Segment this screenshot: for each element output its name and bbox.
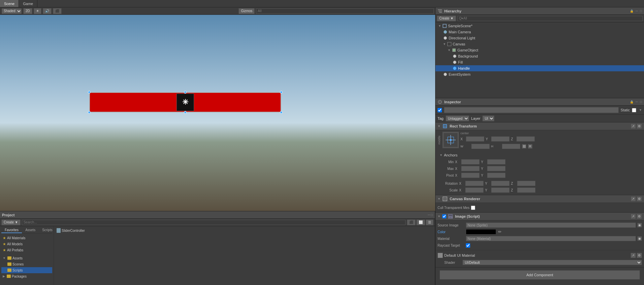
object-active-checkbox[interactable] xyxy=(438,108,442,112)
hierarchy-eventsystem[interactable]: EventSystem xyxy=(436,71,644,77)
anchors-header[interactable]: ▼ Anchors xyxy=(440,152,640,158)
shader-select[interactable]: UI/Default xyxy=(462,260,642,265)
gizmos-button[interactable]: Gizmos xyxy=(238,8,255,14)
hierarchy-maximize-btn[interactable]: □ xyxy=(640,9,642,13)
rt-settings-btn[interactable]: ⚙ xyxy=(637,123,642,129)
material-picker-btn[interactable]: ◉ xyxy=(637,236,642,241)
hierarchy-create-btn[interactable]: Create ▼ xyxy=(437,15,456,22)
proj-all-prefabs[interactable]: ★ All Prefabs xyxy=(1,247,52,253)
anchor-max-x-input[interactable]: 0.5 xyxy=(461,166,480,171)
pos-y-input[interactable]: 0 xyxy=(491,136,510,142)
audio-button[interactable]: 🔊 xyxy=(43,8,52,14)
mat-settings-btn[interactable]: ⚙ xyxy=(637,253,642,258)
anchor-min-y-input[interactable]: 0.5 xyxy=(487,159,506,165)
static-checkbox[interactable] xyxy=(632,108,636,112)
color-edit-btn[interactable]: ✏ xyxy=(497,229,502,234)
proj-all-materials[interactable]: ★ All Materials xyxy=(1,235,52,241)
canvas-renderer-header[interactable]: ▼ Canvas Renderer ↗ ⚙ xyxy=(436,195,644,203)
r-constraint-btn[interactable]: ⛓ xyxy=(522,144,526,149)
inspector-lock-btn[interactable]: 🔒 xyxy=(630,100,634,104)
hierarchy-main-camera[interactable]: Main Camera xyxy=(436,29,644,35)
scale-z-input[interactable]: 1 xyxy=(517,187,536,193)
hierarchy-dir-light[interactable]: Directional Light xyxy=(436,35,644,41)
proj-scripts[interactable]: Scripts xyxy=(1,267,52,273)
raycast-checkbox[interactable] xyxy=(466,243,470,248)
fx-button[interactable]: ⬛ xyxy=(53,8,62,14)
tab-assets[interactable]: Assets xyxy=(22,227,39,233)
hierarchy-lock-btn[interactable]: 🔒 xyxy=(630,9,634,13)
tab-scripts-tree[interactable]: Scripts xyxy=(39,227,54,233)
hierarchy-fill[interactable]: Fill xyxy=(436,59,644,65)
project-view-btn1[interactable]: ⬛ xyxy=(407,219,416,225)
hierarchy-minimize-btn[interactable]: ─ xyxy=(636,9,638,13)
color-swatch[interactable] xyxy=(466,229,496,235)
img-active-checkbox[interactable] xyxy=(442,214,446,218)
hierarchy-canvas[interactable]: ▼ Canvas xyxy=(436,41,644,47)
file-slider-controller[interactable]: SliderController xyxy=(55,227,433,234)
tab-favorites[interactable]: Favorites xyxy=(1,227,22,233)
rot-z-input[interactable]: 0 xyxy=(517,181,536,186)
shading-mode-select[interactable]: Shaded xyxy=(1,8,22,14)
proj-scenes[interactable]: Scenes xyxy=(1,261,52,267)
r-reset-btn[interactable]: R xyxy=(528,144,533,149)
anchor-min-x-input[interactable]: 0.5 xyxy=(461,159,480,165)
hierarchy-search-input[interactable] xyxy=(457,16,643,21)
cr-edit-btn[interactable]: ↗ xyxy=(631,196,636,202)
rt-edit-btn[interactable]: ↗ xyxy=(631,123,636,129)
proj-assets-root[interactable]: ▼ Assets xyxy=(1,255,52,261)
project-search-input[interactable] xyxy=(22,220,406,225)
project-maximize-btn[interactable]: □ xyxy=(431,213,433,217)
anchor-max-y-input[interactable]: 0.5 xyxy=(487,166,506,171)
cull-checkbox[interactable] xyxy=(471,206,475,210)
gameobj-label: GameObject xyxy=(457,48,478,52)
width-input[interactable]: 77.2 xyxy=(471,144,490,149)
tab-game[interactable]: Game xyxy=(19,0,37,7)
right-panels: Hierarchy 🔒 ─ □ Create ▼ ▼ SampleScene* xyxy=(435,7,644,285)
scale-x-input[interactable]: 1 xyxy=(465,187,484,193)
slider-widget[interactable]: ✳ xyxy=(89,92,281,112)
default-material-row: Default UI Material ↗ ⚙ xyxy=(438,252,642,259)
project-create-btn[interactable]: Create ▼ xyxy=(1,219,21,225)
image-script-header[interactable]: ▼ img Image (Script) ↗ ⚙ xyxy=(436,213,644,220)
add-component-button[interactable]: Add Component xyxy=(440,270,640,280)
hierarchy-background[interactable]: Background xyxy=(436,53,644,59)
project-view-btn2[interactable]: ⬜ xyxy=(416,219,425,225)
pivot-y-input[interactable]: 0.5 xyxy=(487,173,506,178)
scale-y-input[interactable]: 1 xyxy=(491,187,510,193)
proj-packages[interactable]: ▶ Packages xyxy=(1,273,52,279)
rot-x-input[interactable]: 0 xyxy=(465,181,484,186)
pos-x-input[interactable]: -11.4 xyxy=(466,136,484,142)
tag-select[interactable]: Untagged xyxy=(446,115,469,121)
hierarchy-gameobj[interactable]: ▼ GameObject xyxy=(436,47,644,53)
sky-background xyxy=(0,15,435,211)
material-value[interactable]: None (Material) xyxy=(466,236,636,241)
layer-select[interactable]: UI xyxy=(482,115,494,121)
tab-scene[interactable]: Scene xyxy=(0,0,19,7)
source-image-value[interactable]: None (Sprite) xyxy=(466,222,636,228)
project-minimize-btn[interactable]: ─ xyxy=(428,213,430,217)
rt-anchor-widget[interactable] xyxy=(442,132,459,148)
static-dropdown-arrow[interactable]: ▼ xyxy=(639,108,642,112)
cr-settings-btn[interactable]: ⚙ xyxy=(637,196,642,202)
hierarchy-handle[interactable]: Handle xyxy=(436,65,644,71)
object-name-input[interactable]: Handle xyxy=(444,107,619,113)
proj-all-models[interactable]: ★ All Models xyxy=(1,241,52,247)
rot-y-input[interactable]: 0 xyxy=(491,181,510,186)
source-image-picker-btn[interactable]: ◉ xyxy=(637,223,642,227)
light-button[interactable]: ☀ xyxy=(34,8,41,14)
pivot-x-input[interactable]: 0.5 xyxy=(461,173,480,178)
scene-search-input[interactable] xyxy=(256,8,434,14)
rect-transform-header[interactable]: ▼ Rect Transform ↗ ⚙ xyxy=(436,122,644,130)
img-edit-btn[interactable]: ↗ xyxy=(631,214,636,219)
inspector-minimize-btn[interactable]: ─ xyxy=(636,100,638,104)
slider-handle[interactable]: ✳ xyxy=(176,94,194,111)
2d-button[interactable]: 2D xyxy=(23,8,32,14)
pos-z-input[interactable]: 0 xyxy=(516,136,535,142)
mat-edit-btn[interactable]: ↗ xyxy=(631,253,636,258)
height-input[interactable]: 68 xyxy=(502,144,520,149)
hierarchy-scene-root[interactable]: ▼ SampleScene* xyxy=(436,23,644,29)
inspector-maximize-btn[interactable]: □ xyxy=(640,100,642,104)
canvas-renderer-section: ▼ Canvas Renderer ↗ ⚙ Cull Transparent M… xyxy=(436,195,644,213)
project-view-btn3[interactable]: ☰ xyxy=(426,219,433,225)
img-settings-btn[interactable]: ⚙ xyxy=(637,214,642,219)
